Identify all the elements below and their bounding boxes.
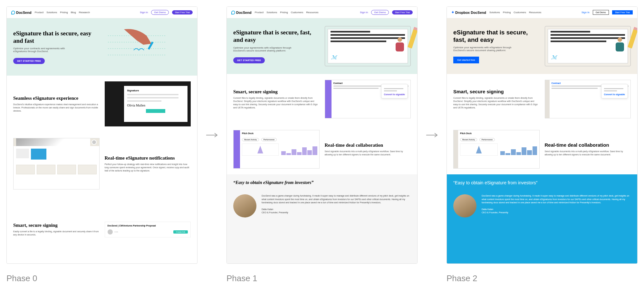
hero-subtext: Optimize your contracts and agreements w… [13, 47, 78, 53]
pencil-icon [408, 29, 418, 48]
tab-recent[interactable]: Recent Activity [460, 138, 477, 141]
hero-heading: eSignature that is secure, easy and fast [13, 30, 100, 45]
section-smart-secure: Smart, secure signing Easily convert a f… [7, 195, 197, 263]
sign-in-link[interactable]: Sign In [360, 11, 368, 14]
section-heading: Seamless eSignature experience [13, 95, 100, 101]
section-body: Send signable documents into a multi-par… [325, 150, 411, 156]
phase-1-card: DocSend Product Solutions Pricing Custom… [226, 6, 418, 264]
person-icon [615, 37, 625, 51]
section-smart-secure: Smart, secure signing Convert files to l… [227, 74, 417, 124]
create-link-button[interactable]: Create link [173, 230, 188, 234]
nav-links: Product Solutions Pricing Blog Research [35, 11, 90, 14]
cta-button[interactable]: GET STARTED FREE [13, 58, 45, 64]
hero-section: eSignature that is secure, fast, and eas… [227, 18, 417, 74]
hero-illustration: ℳ [325, 26, 411, 66]
pitch-deck-screenshot: Pitch Deck Recent Activity Performance [233, 130, 320, 169]
get-demo-button[interactable]: Get Demo [151, 10, 168, 15]
convert-screenshot: Contract Convert to signable [545, 80, 631, 118]
nav-bar: DocSend Product Solutions Pricing Custom… [227, 7, 417, 18]
phase-2-column: ✦ Dropbox DocSend Solutions Pricing Cust… [447, 6, 638, 283]
quote-body: DocSend was a game-changer during fundra… [262, 194, 411, 205]
get-demo-button[interactable]: Get Demo [593, 10, 609, 15]
section-body: Convert files to legally binding, signab… [233, 97, 320, 109]
hero-section: eSignature that is secure, fast, and eas… [447, 18, 637, 74]
author-name: Dalia Katan [262, 208, 411, 211]
nav-pricing[interactable]: Pricing [280, 11, 288, 14]
hero-section: eSignature that is secure, easy and fast… [7, 18, 197, 76]
brand-icon [11, 11, 15, 14]
nav-resources[interactable]: Resources [306, 11, 318, 14]
signature-icon: ℳ [551, 54, 556, 60]
phase-label: Phase 0 [6, 273, 197, 283]
quote-body: DocSend was a game-changer during fundra… [482, 194, 631, 205]
phase-label: Phase 1 [226, 273, 418, 283]
hero-subtext: Optimize your agreements with eSignature… [233, 46, 298, 52]
sign-button [146, 109, 165, 113]
nav-product[interactable]: Product [255, 11, 264, 14]
convert-to-signable-link[interactable]: Convert to signable [604, 93, 625, 96]
pencil-icon [628, 29, 638, 48]
start-trial-button[interactable]: Start Free Trial [392, 10, 413, 14]
person-icon [395, 37, 405, 51]
testimonial-section: “Easy to obtain eSignature from investor… [447, 174, 637, 263]
nav-links: Solutions Pricing Customers Resources [489, 11, 541, 14]
phase-0-card: DocSend Product Solutions Pricing Blog R… [6, 6, 197, 264]
section-heading: Smart, secure signing [13, 222, 100, 228]
nav-pricing[interactable]: Pricing [503, 11, 511, 14]
nav-solutions[interactable]: Solutions [266, 11, 277, 14]
nav-bar: DocSend Product Solutions Pricing Blog R… [7, 7, 197, 18]
nav-blog[interactable]: Blog [71, 11, 76, 14]
section-realtime-collab: Pitch Deck Recent Activity Performance R… [227, 124, 417, 174]
nav-solutions[interactable]: Solutions [489, 11, 500, 14]
author-role: CEO & Founder, Presently [482, 211, 631, 215]
nav-resources[interactable]: Resources [529, 11, 541, 14]
section-heading: Real-time eSignature notifications [105, 155, 191, 161]
section-realtime-collab: Pitch Deck Recent Activity Performance R… [447, 124, 637, 174]
pitch-deck-screenshot: Pitch Deck Recent Activity Performance [453, 130, 540, 169]
section-body: Convert files to legally binding, signab… [453, 97, 540, 109]
phases-row: DocSend Product Solutions Pricing Blog R… [6, 6, 638, 283]
sign-in-link[interactable]: Sign In [140, 11, 148, 14]
testimonial-section: “Easy to obtain eSignature from investor… [227, 174, 417, 263]
browser-screenshot [13, 138, 100, 189]
nav-customers[interactable]: Customers [514, 11, 526, 14]
nav-research[interactable]: Research [79, 11, 90, 14]
phase-0-column: DocSend Product Solutions Pricing Blog R… [6, 6, 197, 283]
author-avatar [453, 194, 476, 217]
section-seamless: Seamless eSignature experience DocSend's… [7, 76, 197, 132]
section-body: Perfect your follow-up strategy with rea… [105, 163, 191, 172]
tab-performance[interactable]: Performance [261, 138, 277, 141]
arrow-icon [204, 6, 220, 264]
tab-performance[interactable]: Performance [479, 138, 495, 141]
brand-logo[interactable]: ✦ Dropbox DocSend [451, 10, 486, 14]
hand-signing-illustration [105, 26, 191, 68]
hero-illustration [105, 26, 191, 68]
nav-customers[interactable]: Customers [291, 11, 303, 14]
get-demo-button[interactable]: Get Demo [371, 10, 389, 15]
start-trial-button[interactable]: Start Free Trial [172, 10, 193, 14]
cta-button[interactable]: Get started free [453, 57, 479, 63]
start-trial-button[interactable]: Start Free Trial [612, 10, 633, 14]
cta-button[interactable]: GET STARTED FREE [233, 57, 265, 63]
convert-screenshot: Contract Convert to signable [325, 80, 411, 118]
hero-heading: eSignature that is secure, fast, and eas… [453, 29, 540, 44]
section-body: Easily convert a file to a legally bindi… [13, 230, 100, 236]
sign-in-link[interactable]: Sign In [582, 11, 590, 14]
convert-to-signable-link[interactable]: Convert to signable [384, 93, 405, 96]
phase-2-card: ✦ Dropbox DocSend Solutions Pricing Cust… [447, 6, 638, 264]
signature-icon: ℳ [331, 54, 336, 60]
nav-solutions[interactable]: Solutions [46, 11, 57, 14]
brand-logo[interactable]: DocSend [231, 11, 252, 14]
hero-illustration: ℳ [545, 26, 631, 66]
section-smart-secure: Smart, secure signing Convert files to l… [447, 74, 637, 124]
section-realtime: Real-time eSignature notifications Perfe… [7, 132, 197, 195]
doc-card: DocSend | CWVentures Partnership Proposa… [105, 222, 191, 237]
nav-pricing[interactable]: Pricing [60, 11, 68, 14]
nav-product[interactable]: Product [35, 11, 44, 14]
hero-subtext: Optimize your agreements with eSignature… [453, 46, 518, 52]
tab-recent[interactable]: Recent Activity [242, 138, 259, 141]
section-heading: Real-time deal collaboration [325, 142, 411, 148]
author-name: Dalia Katan [482, 208, 631, 211]
arrow-icon [424, 6, 440, 264]
brand-logo[interactable]: DocSend [11, 11, 32, 14]
